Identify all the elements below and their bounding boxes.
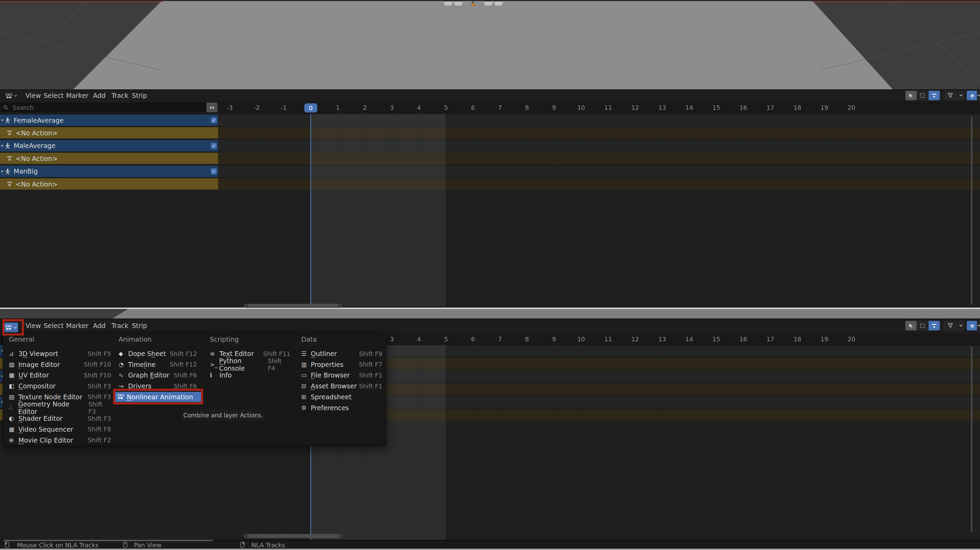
snapping-button-bottom[interactable] bbox=[967, 321, 977, 330]
menu-item-timeline[interactable]: ◔TimelineShift F12 bbox=[119, 359, 197, 370]
video-sequencer-icon: ▦ bbox=[9, 426, 18, 433]
menu-item-file-browser[interactable]: ▭File BrowserShift F1 bbox=[301, 370, 382, 380]
menu-item-spreadsheet[interactable]: ⊞Spreadsheet bbox=[301, 392, 382, 402]
horizontal-scrollbar-bottom[interactable] bbox=[244, 534, 342, 538]
current-frame-badge[interactable]: 0 bbox=[304, 103, 317, 113]
window-bottom-edge bbox=[0, 548, 980, 550]
track-row[interactable]: ▾FemaleAverage✓ bbox=[0, 115, 218, 126]
snapping-button-top[interactable] bbox=[967, 91, 977, 100]
3d-viewport[interactable] bbox=[0, 0, 980, 89]
action-icon bbox=[7, 130, 12, 136]
menu-item-label: Asset Browser bbox=[311, 382, 357, 390]
expand-search-button[interactable]: ↔ bbox=[207, 103, 217, 112]
action-strip-row[interactable]: <No Action> bbox=[0, 127, 218, 139]
movie-clip-editor-icon: ⊕ bbox=[9, 437, 18, 443]
tweak-tool-button-top[interactable] bbox=[905, 91, 916, 100]
menu-item-label: Spreadsheet bbox=[311, 393, 352, 401]
track-name: ManBig bbox=[14, 167, 38, 175]
armature-icon bbox=[5, 169, 11, 174]
track-enable-checkbox[interactable]: ✓ bbox=[211, 169, 217, 174]
snapping-dropdown-button-bottom[interactable] bbox=[977, 321, 980, 330]
viewport-sliver[interactable] bbox=[0, 309, 980, 319]
box-select-tool-button-bottom[interactable] bbox=[917, 321, 928, 330]
menu-item-graph-editor[interactable]: ∿Graph EditorShift F6 bbox=[119, 370, 197, 380]
box-select-tool-button-top[interactable] bbox=[917, 91, 928, 100]
annotation-box-editor-type-button bbox=[2, 319, 24, 336]
frame-gridline bbox=[797, 114, 798, 306]
menu-view-top[interactable]: View bbox=[25, 89, 41, 102]
menu-item-3d-viewport[interactable]: ⊿3D ViewportShift F5 bbox=[9, 349, 111, 359]
track-row[interactable]: ▾ManBig✓ bbox=[0, 166, 218, 177]
menu-item-movie-clip-editor[interactable]: ⊕Movie Clip EditorShift F2 bbox=[9, 435, 111, 445]
menu-item-geometry-node-editor[interactable]: ∴Geometry Node EditorShift F3 bbox=[9, 403, 111, 413]
menu-strip-bottom[interactable]: Strip bbox=[132, 319, 147, 333]
cursor-icon bbox=[908, 323, 913, 328]
search-input[interactable] bbox=[1, 103, 206, 112]
vertical-scrollbar-top[interactable] bbox=[971, 116, 972, 304]
ruler-tick: 11 bbox=[604, 335, 612, 343]
menu-item-properties[interactable]: ▥PropertiesShift F7 bbox=[301, 359, 382, 370]
filter-dropdown-button-bottom[interactable] bbox=[958, 321, 964, 330]
menu-select-top[interactable]: Select bbox=[44, 89, 64, 102]
menu-item-image-editor[interactable]: ▨Image EditorShift F10 bbox=[9, 359, 111, 370]
strips-icon bbox=[932, 93, 937, 98]
frame-gridline bbox=[662, 114, 662, 306]
menu-column-title-animation: Animation bbox=[119, 336, 152, 343]
track-row[interactable]: ▾MaleAverage✓ bbox=[0, 140, 218, 151]
filter-button-top[interactable] bbox=[943, 91, 957, 100]
frame-gridline bbox=[689, 345, 690, 540]
frame-gridline bbox=[473, 345, 473, 540]
menu-strip-top[interactable]: Strip bbox=[132, 89, 147, 102]
menu-item-label: 3D Viewport bbox=[18, 350, 58, 357]
menu-item-compositor[interactable]: ◧CompositorShift F3 bbox=[9, 381, 111, 391]
editor-type-button-top[interactable] bbox=[3, 91, 21, 101]
menu-item-outliner[interactable]: ☰OutlinerShift F9 bbox=[301, 349, 382, 359]
menu-item-python-console[interactable]: >_Python ConsoleShift F4 bbox=[210, 359, 290, 370]
menu-marker-top[interactable]: Marker bbox=[66, 89, 89, 102]
menu-add-top[interactable]: Add bbox=[93, 89, 106, 102]
ruler-top[interactable]: -3-2-101234567891011121314151617181920 bbox=[218, 102, 980, 114]
vertical-scrollbar-bottom[interactable] bbox=[971, 346, 972, 532]
timeline-area-top[interactable]: ▾FemaleAverage✓<No Action>▾MaleAverage✓<… bbox=[0, 114, 980, 306]
menu-item-preferences[interactable]: ⚙Preferences bbox=[301, 403, 382, 413]
menu-item-uv-editor[interactable]: ▩UV EditorShift F10 bbox=[9, 370, 111, 380]
ruler-tick: 6 bbox=[471, 104, 475, 112]
expand-arrow-icon[interactable]: ▾ bbox=[1, 118, 3, 123]
strip-select-tool-button-top[interactable] bbox=[929, 91, 940, 100]
expand-arrow-icon[interactable]: ▾ bbox=[1, 143, 3, 148]
menu-view-bottom[interactable]: View bbox=[25, 319, 41, 333]
track-enable-checkbox[interactable]: ✓ bbox=[211, 117, 217, 123]
ruler-tick: 10 bbox=[577, 335, 585, 343]
action-strip-row[interactable]: <No Action> bbox=[0, 153, 218, 164]
ruler-tick: 17 bbox=[766, 335, 774, 343]
action-strip-row[interactable]: <No Action> bbox=[0, 179, 218, 190]
menu-select-bottom[interactable]: Select bbox=[44, 319, 64, 333]
menu-item-shader-editor[interactable]: ◐Shader EditorShift F3 bbox=[9, 413, 111, 424]
strip-select-tool-button-bottom[interactable] bbox=[929, 321, 940, 330]
ruler-tick: 18 bbox=[794, 104, 802, 112]
character-feet[interactable] bbox=[439, 0, 508, 8]
info-icon: ℹ bbox=[210, 371, 220, 378]
chevron-down-icon bbox=[977, 324, 980, 327]
filter-dropdown-button-top[interactable] bbox=[958, 91, 964, 100]
menu-item-asset-browser[interactable]: ⊟Asset BrowserShift F1 bbox=[301, 381, 382, 391]
track-enable-checkbox[interactable]: ✓ bbox=[211, 143, 217, 149]
menu-item-video-sequencer[interactable]: ▦Video SequencerShift F8 bbox=[9, 424, 111, 434]
menu-item-dope-sheet[interactable]: ◆Dope SheetShift F12 bbox=[119, 349, 197, 359]
menu-item-shortcut: Shift F12 bbox=[170, 350, 197, 357]
menu-track-bottom[interactable]: Track bbox=[111, 319, 129, 333]
menu-marker-bottom[interactable]: Marker bbox=[66, 319, 89, 333]
horizontal-scrollbar-top[interactable] bbox=[244, 304, 342, 308]
expand-arrow-icon[interactable]: ▾ bbox=[1, 169, 3, 174]
snapping-dropdown-button-top[interactable] bbox=[977, 91, 980, 100]
playhead-line[interactable] bbox=[310, 114, 311, 306]
menu-item-label: Outliner bbox=[311, 350, 337, 357]
menu-item-info[interactable]: ℹInfo bbox=[210, 370, 290, 380]
chevron-down-icon bbox=[14, 94, 18, 97]
chevron-down-icon bbox=[959, 324, 963, 327]
menu-track-top[interactable]: Track bbox=[111, 89, 129, 102]
menu-add-bottom[interactable]: Add bbox=[93, 319, 106, 333]
filter-button-bottom[interactable] bbox=[943, 321, 957, 330]
tweak-tool-button-bottom[interactable] bbox=[905, 321, 916, 330]
menu-item-label: UV Editor bbox=[18, 371, 49, 379]
